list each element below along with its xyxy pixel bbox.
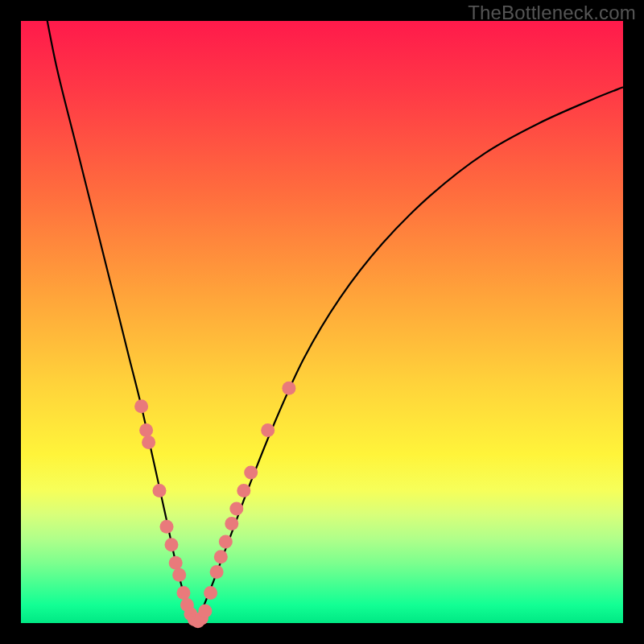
data-point bbox=[219, 535, 233, 549]
data-point bbox=[169, 556, 183, 570]
data-point bbox=[261, 423, 275, 437]
data-point bbox=[172, 568, 186, 582]
data-point bbox=[229, 502, 243, 515]
data-point bbox=[177, 586, 191, 600]
data-point bbox=[204, 586, 217, 600]
data-point bbox=[142, 436, 155, 449]
data-point bbox=[210, 565, 224, 579]
data-point bbox=[214, 550, 228, 564]
plot-area bbox=[21, 21, 623, 623]
data-point bbox=[244, 466, 258, 480]
bottleneck-curve bbox=[45, 9, 623, 623]
chart-frame: TheBottleneck.com bbox=[0, 0, 644, 644]
data-point bbox=[282, 382, 295, 395]
data-point bbox=[153, 484, 167, 497]
data-point bbox=[165, 538, 179, 551]
watermark-text: TheBottleneck.com bbox=[468, 2, 636, 24]
data-point bbox=[237, 484, 250, 497]
highlighted-dots bbox=[134, 382, 295, 629]
data-point bbox=[134, 399, 148, 413]
data-point bbox=[139, 423, 153, 437]
curve-svg bbox=[21, 21, 623, 623]
data-point bbox=[160, 520, 174, 534]
data-point bbox=[225, 517, 238, 530]
data-point bbox=[198, 605, 212, 618]
